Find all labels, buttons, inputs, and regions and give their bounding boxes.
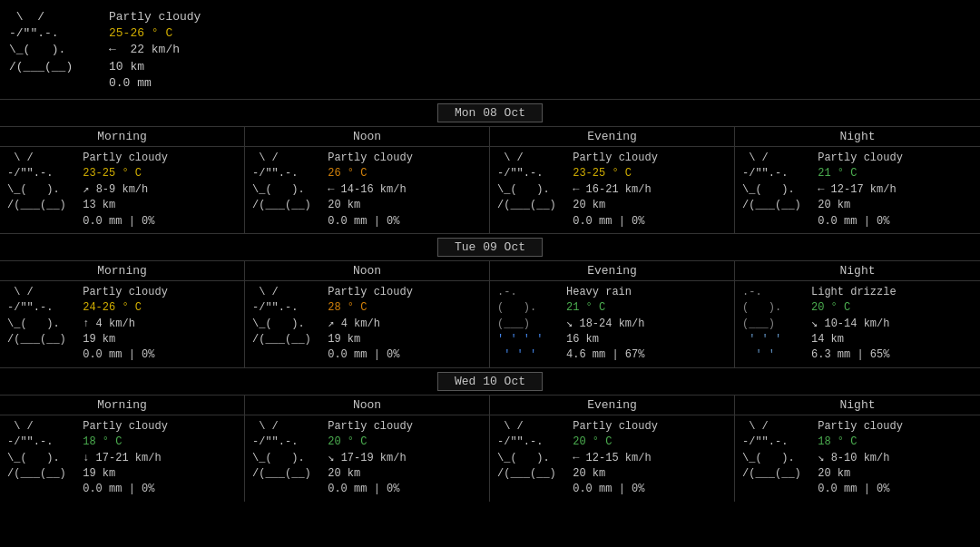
current-ascii: \ / -/"".-. \_( ). /(___(__)	[9, 9, 109, 92]
header: \ / -/"".-. \_( ). /(___(__) Partly clou…	[0, 0, 980, 99]
period-header-1-0: Morning	[0, 261, 245, 281]
ascii-art-1-2: .-. ( ). (___) ' ' ' ' ' ' '	[497, 285, 563, 364]
current-info: Partly cloudy 25-26 ° C ← 22 km/h 10 km …	[109, 9, 201, 92]
period-header-2-3: Night	[735, 396, 980, 415]
ascii-art-2-2: \ / -/"".-. \_( ). /(___(__)	[497, 419, 569, 498]
weather-info-2-2: Partly cloudy 20 ° C ← 12-15 km/h 20 km …	[573, 419, 658, 498]
weather-cell-2-3: \ / -/"".-. \_( ). /(___(__) Partly clou…	[735, 415, 980, 502]
current-weather: \ / -/"".-. \_( ). /(___(__) Partly clou…	[9, 9, 971, 92]
weather-cell-2-1: \ / -/"".-. \_( ). /(___(__) Partly clou…	[245, 415, 490, 502]
period-header-2-1: Noon	[245, 396, 490, 415]
day-section-1: Tue 09 OctMorningNoonEveningNight \ / -/…	[0, 233, 980, 367]
ascii-art-2-1: \ / -/"".-. \_( ). /(___(__)	[252, 419, 324, 498]
weather-cell-1-3: .-. ( ). (___) ' ' ' ' ' Light drizzle 2…	[735, 281, 980, 367]
weather-info-1-2: Heavy rain 21 ° C ↘ 18-24 km/h 16 km 4.6…	[566, 285, 644, 364]
period-header-1-3: Night	[735, 261, 980, 281]
ascii-art-0-1: \ / -/"".-. \_( ). /(___(__)	[252, 151, 324, 230]
ascii-art-1-1: \ / -/"".-. \_( ). /(___(__)	[252, 285, 324, 364]
weather-info-1-0: Partly cloudy 24-26 ° C ↑ 4 km/h 19 km 0…	[83, 285, 168, 364]
period-header-0-1: Noon	[245, 127, 490, 147]
weather-info-0-1: Partly cloudy 26 ° C ← 14-16 km/h 20 km …	[328, 151, 413, 230]
weather-cell-0-1: \ / -/"".-. \_( ). /(___(__) Partly clou…	[245, 147, 490, 233]
weather-info-0-2: Partly cloudy 23-25 ° C ← 16-21 km/h 20 …	[573, 151, 658, 230]
weather-info-1-1: Partly cloudy 28 ° C ↗ 4 km/h 19 km 0.0 …	[328, 285, 413, 364]
period-header-2-2: Evening	[490, 396, 735, 415]
ascii-art-1-0: \ / -/"".-. \_( ). /(___(__)	[7, 285, 79, 364]
ascii-art-0-2: \ / -/"".-. \_( ). /(___(__)	[497, 151, 569, 230]
current-temp: 25-26 ° C	[109, 26, 172, 40]
weather-cell-2-0: \ / -/"".-. \_( ). /(___(__) Partly clou…	[0, 415, 245, 502]
period-header-1-2: Evening	[490, 261, 735, 281]
day-label-2: Wed 10 Oct	[437, 372, 543, 391]
weather-info-2-1: Partly cloudy 20 ° C ↘ 17-19 km/h 20 km …	[328, 419, 413, 498]
weather-info-2-0: Partly cloudy 18 ° C ↓ 17-21 km/h 19 km …	[83, 419, 168, 498]
day-section-2: Wed 10 OctMorningNoonEveningNight \ / -/…	[0, 367, 980, 502]
weather-cell-2-2: \ / -/"".-. \_( ). /(___(__) Partly clou…	[490, 415, 735, 502]
weather-cell-1-1: \ / -/"".-. \_( ). /(___(__) Partly clou…	[245, 281, 490, 367]
ascii-art-0-3: \ / -/"".-. \_( ). /(___(__)	[742, 151, 814, 230]
day-label-0: Mon 08 Oct	[437, 103, 543, 122]
weather-cell-0-0: \ / -/"".-. \_( ). /(___(__) Partly clou…	[0, 147, 245, 233]
weather-cell-0-3: \ / -/"".-. \_( ). /(___(__) Partly clou…	[735, 147, 980, 233]
weather-info-1-3: Light drizzle 20 ° C ↘ 10-14 km/h 14 km …	[811, 285, 897, 364]
weather-info-0-3: Partly cloudy 21 ° C ← 12-17 km/h 20 km …	[818, 151, 903, 230]
ascii-art-2-3: \ / -/"".-. \_( ). /(___(__)	[742, 419, 814, 498]
weather-info-0-0: Partly cloudy 23-25 ° C ↗ 8-9 km/h 13 km…	[83, 151, 168, 230]
ascii-art-2-0: \ / -/"".-. \_( ). /(___(__)	[7, 419, 79, 498]
ascii-art-1-3: .-. ( ). (___) ' ' ' ' '	[742, 285, 808, 364]
period-header-0-2: Evening	[490, 127, 735, 147]
weather-cell-1-0: \ / -/"".-. \_( ). /(___(__) Partly clou…	[0, 281, 245, 367]
days-container: Mon 08 OctMorningNoonEveningNight \ / -/…	[0, 99, 980, 502]
period-header-1-1: Noon	[245, 261, 490, 281]
day-label-1: Tue 09 Oct	[437, 238, 543, 257]
period-header-0-3: Night	[735, 127, 980, 147]
period-header-2-0: Morning	[0, 396, 245, 415]
period-header-0-0: Morning	[0, 127, 245, 147]
day-section-0: Mon 08 OctMorningNoonEveningNight \ / -/…	[0, 99, 980, 233]
weather-cell-0-2: \ / -/"".-. \_( ). /(___(__) Partly clou…	[490, 147, 735, 233]
weather-cell-1-2: .-. ( ). (___) ' ' ' ' ' ' ' Heavy rain …	[490, 281, 735, 367]
ascii-art-0-0: \ / -/"".-. \_( ). /(___(__)	[7, 151, 79, 230]
weather-info-2-3: Partly cloudy 18 ° C ↘ 8-10 km/h 20 km 0…	[818, 419, 903, 498]
